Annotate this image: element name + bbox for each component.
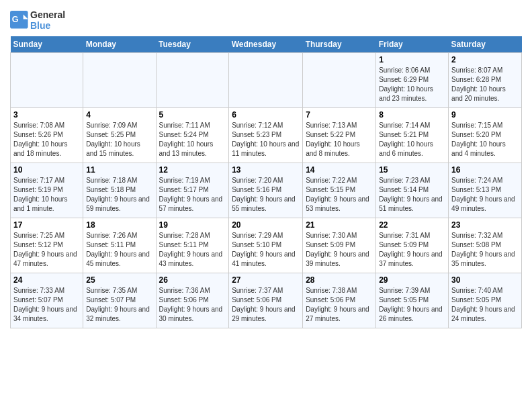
header-thursday: Thursday [303, 36, 376, 53]
calendar-week-4: 17Sunrise: 7:25 AM Sunset: 5:12 PM Dayli… [11, 218, 522, 273]
calendar-cell [229, 53, 303, 108]
day-number: 6 [232, 110, 300, 120]
day-info: Sunrise: 7:39 AM Sunset: 5:05 PM Dayligh… [379, 286, 445, 324]
calendar-cell: 26Sunrise: 7:36 AM Sunset: 5:06 PM Dayli… [156, 273, 229, 328]
calendar-cell: 21Sunrise: 7:30 AM Sunset: 5:09 PM Dayli… [303, 218, 376, 273]
day-info: Sunrise: 7:23 AM Sunset: 5:14 PM Dayligh… [379, 176, 445, 214]
calendar-cell: 12Sunrise: 7:19 AM Sunset: 5:17 PM Dayli… [156, 163, 229, 218]
day-info: Sunrise: 7:09 AM Sunset: 5:25 PM Dayligh… [86, 121, 152, 158]
day-info: Sunrise: 7:15 AM Sunset: 5:20 PM Dayligh… [451, 121, 519, 158]
day-number: 12 [159, 165, 226, 175]
day-info: Sunrise: 7:22 AM Sunset: 5:15 PM Dayligh… [306, 176, 373, 214]
day-info: Sunrise: 8:07 AM Sunset: 6:28 PM Dayligh… [451, 66, 519, 103]
calendar-table: SundayMondayTuesdayWednesdayThursdayFrid… [10, 36, 522, 328]
calendar-cell: 8Sunrise: 7:14 AM Sunset: 5:21 PM Daylig… [376, 108, 449, 163]
day-info: Sunrise: 7:20 AM Sunset: 5:16 PM Dayligh… [232, 176, 300, 214]
day-info: Sunrise: 7:19 AM Sunset: 5:17 PM Dayligh… [159, 176, 226, 214]
calendar-cell: 9Sunrise: 7:15 AM Sunset: 5:20 PM Daylig… [449, 108, 522, 163]
day-info: Sunrise: 7:11 AM Sunset: 5:24 PM Dayligh… [159, 121, 226, 158]
day-number: 13 [232, 165, 300, 175]
day-number: 20 [232, 220, 300, 230]
day-number: 15 [379, 165, 445, 175]
day-number: 25 [86, 275, 152, 285]
calendar-cell [83, 53, 156, 108]
day-info: Sunrise: 7:30 AM Sunset: 5:09 PM Dayligh… [306, 231, 373, 269]
calendar-cell: 2Sunrise: 8:07 AM Sunset: 6:28 PM Daylig… [449, 53, 522, 108]
day-number: 24 [13, 275, 80, 285]
day-info: Sunrise: 7:40 AM Sunset: 5:05 PM Dayligh… [451, 286, 519, 324]
day-info: Sunrise: 7:36 AM Sunset: 5:06 PM Dayligh… [159, 286, 226, 324]
header-sunday: Sunday [11, 36, 83, 53]
calendar-cell: 11Sunrise: 7:18 AM Sunset: 5:18 PM Dayli… [83, 163, 156, 218]
day-number: 8 [379, 110, 445, 120]
day-info: Sunrise: 7:29 AM Sunset: 5:10 PM Dayligh… [232, 231, 300, 269]
day-number: 11 [86, 165, 152, 175]
day-info: Sunrise: 7:18 AM Sunset: 5:18 PM Dayligh… [86, 176, 152, 214]
calendar-cell: 17Sunrise: 7:25 AM Sunset: 5:12 PM Dayli… [11, 218, 83, 273]
day-number: 26 [159, 275, 226, 285]
day-number: 23 [451, 220, 519, 230]
day-info: Sunrise: 7:33 AM Sunset: 5:07 PM Dayligh… [13, 286, 80, 324]
day-info: Sunrise: 7:25 AM Sunset: 5:12 PM Dayligh… [13, 231, 80, 269]
calendar-cell: 29Sunrise: 7:39 AM Sunset: 5:05 PM Dayli… [376, 273, 449, 328]
calendar-cell: 3Sunrise: 7:08 AM Sunset: 5:26 PM Daylig… [11, 108, 83, 163]
day-number: 30 [451, 275, 519, 285]
day-info: Sunrise: 7:14 AM Sunset: 5:21 PM Dayligh… [379, 121, 445, 158]
day-number: 16 [451, 165, 519, 175]
day-info: Sunrise: 7:37 AM Sunset: 5:06 PM Dayligh… [232, 286, 300, 324]
calendar-week-3: 10Sunrise: 7:17 AM Sunset: 5:19 PM Dayli… [11, 163, 522, 218]
day-number: 5 [159, 110, 226, 120]
calendar-cell [11, 53, 83, 108]
calendar-cell: 15Sunrise: 7:23 AM Sunset: 5:14 PM Dayli… [376, 163, 449, 218]
day-number: 7 [306, 110, 373, 120]
logo: G General Blue [10, 9, 65, 31]
day-number: 17 [13, 220, 80, 230]
calendar-cell: 13Sunrise: 7:20 AM Sunset: 5:16 PM Dayli… [229, 163, 303, 218]
day-number: 4 [86, 110, 152, 120]
day-info: Sunrise: 7:31 AM Sunset: 5:09 PM Dayligh… [379, 231, 445, 269]
calendar-cell: 16Sunrise: 7:24 AM Sunset: 5:13 PM Dayli… [449, 163, 522, 218]
calendar-cell [303, 53, 376, 108]
calendar-cell: 19Sunrise: 7:28 AM Sunset: 5:11 PM Dayli… [156, 218, 229, 273]
calendar-cell: 10Sunrise: 7:17 AM Sunset: 5:19 PM Dayli… [11, 163, 83, 218]
day-info: Sunrise: 7:24 AM Sunset: 5:13 PM Dayligh… [451, 176, 519, 214]
page-container: G General Blue SundayMondayTuesdayWednes… [0, 0, 532, 335]
calendar-cell: 5Sunrise: 7:11 AM Sunset: 5:24 PM Daylig… [156, 108, 229, 163]
calendar-cell: 28Sunrise: 7:38 AM Sunset: 5:06 PM Dayli… [303, 273, 376, 328]
calendar-header-row: SundayMondayTuesdayWednesdayThursdayFrid… [11, 36, 522, 53]
calendar-cell: 14Sunrise: 7:22 AM Sunset: 5:15 PM Dayli… [303, 163, 376, 218]
calendar-cell: 1Sunrise: 8:06 AM Sunset: 6:29 PM Daylig… [376, 53, 449, 108]
calendar-cell [156, 53, 229, 108]
day-number: 22 [379, 220, 445, 230]
calendar-cell: 18Sunrise: 7:26 AM Sunset: 5:11 PM Dayli… [83, 218, 156, 273]
header-wednesday: Wednesday [229, 36, 303, 53]
day-number: 29 [379, 275, 445, 285]
day-number: 1 [379, 55, 445, 64]
day-info: Sunrise: 7:32 AM Sunset: 5:08 PM Dayligh… [451, 231, 519, 269]
calendar-cell: 22Sunrise: 7:31 AM Sunset: 5:09 PM Dayli… [376, 218, 449, 273]
day-number: 10 [13, 165, 80, 175]
day-number: 21 [306, 220, 373, 230]
day-info: Sunrise: 7:13 AM Sunset: 5:22 PM Dayligh… [306, 121, 373, 158]
day-info: Sunrise: 7:17 AM Sunset: 5:19 PM Dayligh… [13, 176, 80, 214]
calendar-cell: 24Sunrise: 7:33 AM Sunset: 5:07 PM Dayli… [11, 273, 83, 328]
day-info: Sunrise: 8:06 AM Sunset: 6:29 PM Dayligh… [379, 66, 445, 103]
logo-icon: G [10, 11, 29, 30]
day-info: Sunrise: 7:38 AM Sunset: 5:06 PM Dayligh… [306, 286, 373, 324]
day-number: 9 [451, 110, 519, 120]
header-saturday: Saturday [449, 36, 522, 53]
logo-text: General Blue [30, 9, 65, 31]
calendar-cell: 30Sunrise: 7:40 AM Sunset: 5:05 PM Dayli… [449, 273, 522, 328]
day-number: 28 [306, 275, 373, 285]
calendar-cell: 27Sunrise: 7:37 AM Sunset: 5:06 PM Dayli… [229, 273, 303, 328]
calendar-week-1: 1Sunrise: 8:06 AM Sunset: 6:29 PM Daylig… [11, 53, 522, 108]
day-number: 2 [451, 55, 519, 64]
calendar-cell: 23Sunrise: 7:32 AM Sunset: 5:08 PM Dayli… [449, 218, 522, 273]
day-info: Sunrise: 7:08 AM Sunset: 5:26 PM Dayligh… [13, 121, 80, 158]
calendar-cell: 7Sunrise: 7:13 AM Sunset: 5:22 PM Daylig… [303, 108, 376, 163]
day-info: Sunrise: 7:26 AM Sunset: 5:11 PM Dayligh… [86, 231, 152, 269]
day-number: 18 [86, 220, 152, 230]
calendar-week-5: 24Sunrise: 7:33 AM Sunset: 5:07 PM Dayli… [11, 273, 522, 328]
header: G General Blue [10, 7, 522, 31]
svg-text:G: G [12, 15, 19, 24]
